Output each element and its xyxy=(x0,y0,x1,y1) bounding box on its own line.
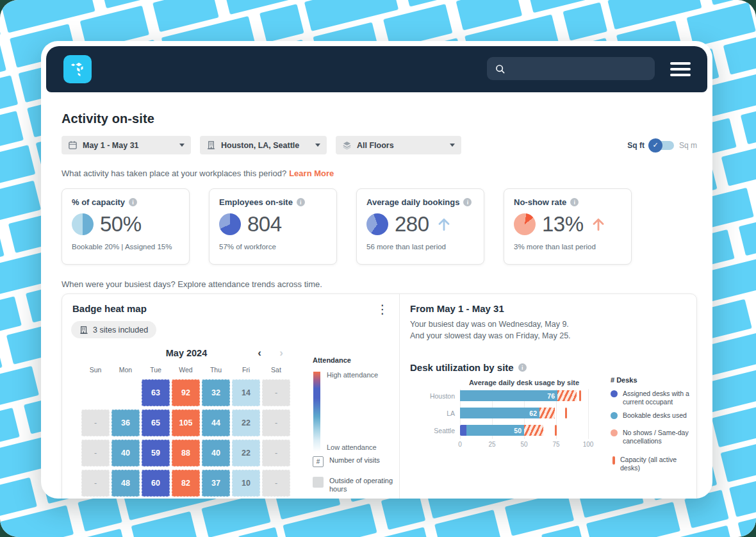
pie-icon xyxy=(219,213,241,235)
pie-icon xyxy=(72,213,94,235)
heatmap-cell[interactable]: - xyxy=(81,470,110,497)
kebab-menu-icon[interactable] xyxy=(376,302,389,317)
kpi-subtext: Bookable 20% | Assigned 15% xyxy=(72,243,179,251)
sqft-label: Sq ft xyxy=(627,141,645,150)
legend-swatch-icon xyxy=(611,390,618,397)
bar-value-label: 62 xyxy=(529,409,539,417)
bookable-used-segment: 76 xyxy=(460,390,557,401)
heatmap-cell[interactable]: 65 xyxy=(142,409,170,436)
chevron-down-icon xyxy=(315,144,320,147)
heatmap-cell[interactable]: - xyxy=(262,409,290,436)
pie-icon xyxy=(514,213,536,235)
heatmap-title: Badge heat map xyxy=(72,303,147,314)
heatmap-cell[interactable]: 92 xyxy=(172,379,200,406)
search-input[interactable] xyxy=(511,63,647,74)
pie-icon xyxy=(366,213,388,235)
sites-filter[interactable]: Houston, LA, Seattle xyxy=(200,136,327,154)
date-range-value: May 1 - May 31 xyxy=(83,141,139,150)
x-tick-label: 50 xyxy=(514,441,534,448)
info-icon[interactable] xyxy=(518,363,527,372)
heatmap-cell xyxy=(81,379,110,406)
assigned-segment xyxy=(460,425,466,436)
app-logo[interactable] xyxy=(63,55,92,83)
info-icon[interactable] xyxy=(129,198,137,206)
day-label: Tue xyxy=(142,366,170,374)
kpi-value: 804 xyxy=(247,212,282,236)
info-icon[interactable] xyxy=(570,198,579,206)
heatmap-cell[interactable]: 36 xyxy=(111,409,140,436)
heatmap-cell[interactable]: - xyxy=(81,409,110,436)
heatmap-cell[interactable]: 48 xyxy=(111,470,140,497)
bar-value-label: 76 xyxy=(547,392,557,400)
calendar-icon xyxy=(68,140,78,150)
desk-usage-bar[interactable]: 62 xyxy=(460,408,555,418)
heatmap-cell[interactable]: 59 xyxy=(142,440,170,467)
info-icon[interactable] xyxy=(297,198,305,206)
building-icon xyxy=(206,140,216,150)
heatmap-cell[interactable]: 105 xyxy=(172,409,200,436)
legend-swatch-icon xyxy=(612,456,615,465)
high-attendance-label: High attendance xyxy=(327,371,378,379)
chevron-down-icon xyxy=(450,144,455,147)
bar-value-label: 50 xyxy=(514,427,524,434)
visits-legend-row: # Number of visits xyxy=(313,456,393,467)
prev-month-button[interactable] xyxy=(253,347,266,359)
chevron-down-icon xyxy=(179,144,185,147)
learn-more-link[interactable]: Learn More xyxy=(289,169,334,178)
heatmap-cell[interactable]: - xyxy=(262,470,290,497)
heatmap-cell[interactable]: 37 xyxy=(202,470,230,497)
x-tick-label: 75 xyxy=(546,441,566,448)
search-bar[interactable] xyxy=(487,57,655,80)
heatmap-cell[interactable]: - xyxy=(262,440,290,467)
day-label: Thu xyxy=(202,366,230,374)
badge-heatmap-section: Badge heat map 3 sites included May 2024 xyxy=(62,294,399,499)
heatmap-cell[interactable]: 44 xyxy=(202,409,230,436)
unit-toggle-switch[interactable] xyxy=(650,141,674,150)
heatmap-cell[interactable]: 32 xyxy=(202,379,230,406)
unit-toggle: Sq ft Sq m xyxy=(627,141,697,150)
sites-included-label: 3 sites included xyxy=(93,326,148,335)
heatmap-cell[interactable]: 60 xyxy=(142,470,170,497)
kpi-subtext: 57% of workforce xyxy=(219,243,327,251)
summary-section: From May 1 - May 31 Your busiest day was… xyxy=(400,294,696,499)
heatmap-cell[interactable]: 82 xyxy=(172,470,200,497)
trends-prompt: When were your busiest days? Explore att… xyxy=(62,279,697,289)
heatmap-cell[interactable]: 22 xyxy=(232,409,260,436)
desk-usage-bar[interactable]: 76 xyxy=(460,390,577,401)
kpi-row: % of capacity 50% Bookable 20% | Assigne… xyxy=(62,188,697,265)
main-content: Activity on-site May 1 - May 31 xyxy=(41,92,712,499)
attendance-panel: Badge heat map 3 sites included May 2024 xyxy=(62,293,697,499)
legend-item-label: No shows / Same-day cancellations xyxy=(623,429,697,445)
date-range-filter[interactable]: May 1 - May 31 xyxy=(62,136,191,154)
heatmap-cell[interactable]: - xyxy=(262,379,290,406)
floors-filter[interactable]: All Floors xyxy=(336,136,461,154)
noshow-segment xyxy=(524,425,543,436)
heatmap-cell[interactable]: 14 xyxy=(232,379,260,406)
kpi-card-noshow: No-show rate 13% 3% more than last perio… xyxy=(504,188,632,265)
kpi-card-bookings: Average daily bookings 280 56 more than … xyxy=(356,188,484,265)
capacity-tick xyxy=(555,425,557,436)
heatmap-cell[interactable]: 10 xyxy=(232,470,260,497)
x-tick-label: 0 xyxy=(450,441,470,448)
toggle-knob-check-icon xyxy=(648,138,662,153)
heatmap-cell[interactable]: 22 xyxy=(232,440,260,467)
sites-included-badge[interactable]: 3 sites included xyxy=(71,321,156,338)
menu-button[interactable] xyxy=(670,62,691,76)
bar-category-label: LA xyxy=(410,409,455,417)
desk-legend-items: Assigned desks with a current occupantBo… xyxy=(611,390,697,472)
desk-usage-bar[interactable]: 50 xyxy=(460,425,543,436)
heatmap-cell[interactable]: 40 xyxy=(202,440,230,467)
heatmap-cell[interactable]: 88 xyxy=(172,440,200,467)
page-title: Activity on-site xyxy=(62,112,697,126)
info-icon[interactable] xyxy=(463,198,472,206)
bar-row: LA62 xyxy=(410,408,615,418)
capacity-tick xyxy=(565,408,567,418)
heatmap-cell[interactable]: 63 xyxy=(142,379,170,406)
capacity-tick xyxy=(579,390,581,401)
top-nav xyxy=(46,46,707,92)
outside-hours-label: Outside of operating hours xyxy=(329,477,393,493)
desk-utilization-label: Desk utilization by site xyxy=(410,362,514,373)
heatmap-cell[interactable]: - xyxy=(81,440,110,467)
next-month-button[interactable] xyxy=(275,347,288,359)
heatmap-cell[interactable]: 40 xyxy=(111,440,140,467)
